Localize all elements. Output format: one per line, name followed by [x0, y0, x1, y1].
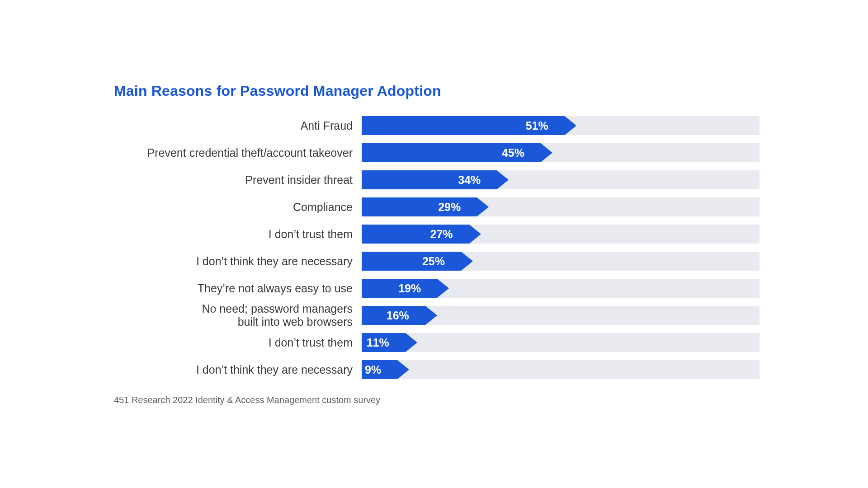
bar-row: I don’t think they are necessary25%: [108, 248, 760, 275]
bar-category-label: I don’t trust them: [108, 228, 362, 241]
bar-arrow-tip: [477, 197, 489, 216]
bar-arrow-tip: [565, 116, 576, 135]
bar-track: 34%: [362, 170, 760, 189]
bar-track: 19%: [362, 279, 760, 298]
bar-value-label: 9%: [362, 360, 397, 379]
bar-value-label: 27%: [362, 225, 469, 244]
bar-arrow-tip: [541, 143, 552, 162]
bar-category-label: They’re not always easy to use: [108, 282, 362, 295]
bar-row: Anti Fraud51%: [108, 112, 760, 139]
bar-category-label: Prevent credential theft/account takeove…: [108, 146, 362, 160]
bar-arrow-tip: [461, 252, 473, 271]
bar-value-label: 19%: [362, 279, 437, 298]
bar-category-label: Compliance: [108, 201, 362, 214]
bar-chart: Anti Fraud51%Prevent credential theft/ac…: [108, 112, 760, 383]
bar-track: 9%: [362, 360, 760, 379]
bar-arrow-tip: [437, 279, 449, 298]
bar-category-label: I don’t think they are necessary: [108, 255, 362, 268]
bar-category-label: I don’t trust them: [108, 336, 362, 349]
bar-track: 29%: [362, 197, 760, 216]
bar-track: 27%: [362, 225, 760, 244]
bar-row: Compliance29%: [108, 193, 760, 221]
bar-value-label: 45%: [362, 143, 541, 162]
bar-category-label: No need; password managersbuilt into web…: [108, 302, 362, 328]
bar-track: 51%: [362, 116, 760, 135]
bar-row: I don’t think they are necessary9%: [108, 356, 760, 383]
bar-arrow-tip: [425, 306, 437, 325]
bar-row: I don’t trust them27%: [108, 221, 760, 248]
bar-arrow-tip: [397, 360, 409, 379]
bar-track: 25%: [362, 252, 760, 271]
bar-row: They’re not always easy to use19%: [108, 275, 760, 302]
bar-track: 45%: [362, 143, 760, 162]
bar-value-label: 34%: [362, 170, 497, 189]
bar-category-label: Anti Fraud: [108, 119, 362, 132]
bar-row: I don’t trust them11%: [108, 329, 760, 356]
bar-value-label: 29%: [362, 197, 477, 216]
bar-value-label: 16%: [362, 306, 425, 325]
bar-row: No need; password managersbuilt into web…: [108, 302, 760, 329]
bar-arrow-tip: [497, 170, 509, 189]
bar-value-label: 11%: [362, 333, 406, 352]
bar-category-label: Prevent insider threat: [108, 174, 362, 187]
bar-category-label: I don’t think they are necessary: [108, 363, 362, 376]
bar-row: Prevent insider threat34%: [108, 166, 760, 193]
bar-arrow-tip: [406, 333, 417, 352]
chart-title: Main Reasons for Password Manager Adopti…: [114, 83, 760, 99]
chart-source-footnote: 451 Research 2022 Identity & Access Mana…: [114, 395, 760, 405]
bar-track: 16%: [362, 306, 760, 325]
bar-value-label: 25%: [362, 252, 461, 271]
bar-row: Prevent credential theft/account takeove…: [108, 139, 760, 166]
bar-arrow-tip: [469, 225, 481, 244]
bar-track: 11%: [362, 333, 760, 352]
bar-value-label: 51%: [362, 116, 565, 135]
